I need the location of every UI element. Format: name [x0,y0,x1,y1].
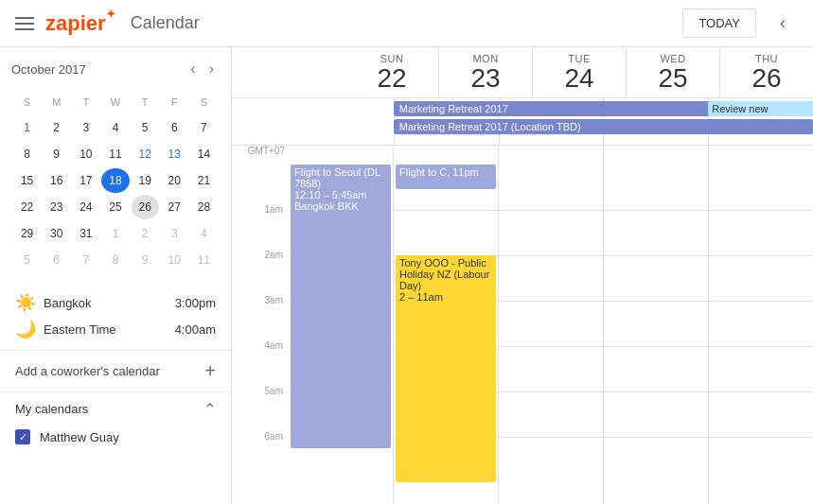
event-flight-c[interactable]: Flight to C, 11pm [396,165,496,189]
grid-col-mon: Flight to C, 11pm Tony OOO - Public Holi… [393,146,498,504]
timezone-bangkok-time: 3:00pm [175,296,216,310]
mini-cal-day[interactable]: 11 [190,248,218,272]
mini-cal-day[interactable]: 1 [101,221,129,246]
grid-cols: Flight to Seoul (DL 7858) 12:10 – 5:45am… [289,146,813,504]
app-title: Calendar [131,13,200,33]
mini-cal-day[interactable]: 7 [72,248,99,272]
mini-cal-day[interactable]: 3 [72,115,99,140]
event-tony-label: Tony OOO - Public Holiday NZ (Labour Day… [399,257,492,291]
mini-cal-day[interactable]: 30 [43,221,70,246]
my-calendars-section: My calendars ⌃ ✓ Matthew Guay [0,391,231,456]
top-header: zapier✦ Calendar TODAY ‹ › [0,0,813,47]
day-num-wed: 25 [627,64,719,94]
mini-cal-day[interactable]: 21 [190,168,218,193]
mini-cal-day[interactable]: 9 [43,142,70,166]
hamburger-menu[interactable] [15,17,34,30]
mini-cal-day[interactable]: 10 [72,142,99,166]
mini-cal-day[interactable]: 29 [13,221,41,246]
mini-cal-day[interactable]: 8 [13,142,41,166]
event-tony[interactable]: Tony OOO - Public Holiday NZ (Labour Day… [396,255,496,482]
mini-cal-day[interactable]: 22 [13,195,41,219]
day-num-tue: 24 [533,64,626,94]
day-header-sun: Sun 22 [345,47,438,97]
day-headers: Sun 22 Mon 23 Tue 24 Wed 25 Thu 26 [232,47,813,98]
allday-event-review-label: Review new [712,103,768,114]
mini-cal-day[interactable]: 14 [190,142,218,166]
weekday-t: T [72,91,99,113]
mini-calendar: October 2017 ‹ › S M T W T F S [0,47,231,282]
weekday-w: W [101,91,129,113]
mini-cal-day[interactable]: 28 [190,195,218,219]
nav-prev-button[interactable]: ‹ [768,9,798,39]
calendar-item-matthew[interactable]: ✓ Matthew Guay [15,426,216,448]
mini-cal-day[interactable]: 24 [72,195,99,219]
time-label-6am: 6am [232,431,289,477]
mini-cal-day[interactable]: 11 [101,142,129,166]
mini-cal-day[interactable]: 23 [43,195,70,219]
mini-cal-day[interactable]: 15 [13,168,41,193]
mini-cal-prev[interactable]: ‹ [185,59,201,79]
mini-cal-day[interactable]: 6 [161,115,188,140]
mini-cal-day[interactable]: 25 [101,195,129,219]
mini-cal-day[interactable]: 18 [101,168,129,193]
timezone-eastern: 🌙 Eastern Time 4:00am [15,316,216,342]
mini-cal-day[interactable]: 10 [161,248,188,272]
allday-events-area: Marketing Retreat 2017 Marketing Retreat… [289,98,813,145]
mini-cal-day[interactable]: 26 [132,195,159,219]
mini-cal-day[interactable]: 6 [43,248,70,272]
today-button[interactable]: TODAY [682,9,756,38]
mini-cal-day[interactable]: 7 [190,115,218,140]
logo-star-icon: ✦ [106,8,115,21]
add-coworker-plus-icon: + [204,360,216,382]
mini-cal-day[interactable]: 1 [13,115,41,140]
mini-cal-day[interactable]: 9 [132,248,159,272]
allday-row: Marketing Retreat 2017 Marketing Retreat… [232,98,813,146]
allday-event-review[interactable]: Review new [708,101,813,116]
weekday-m: M [43,91,70,113]
time-label-2am: 2am [232,250,289,295]
mini-cal-day[interactable]: 5 [132,115,159,140]
event-flight-seoul[interactable]: Flight to Seoul (DL 7858) 12:10 – 5:45am… [291,165,391,448]
time-label-5am: 5am [232,386,289,431]
add-coworker[interactable]: Add a coworker's calendar + [0,350,231,391]
calendar-name-matthew: Matthew Guay [40,430,119,444]
sun-icon: ☀️ [15,292,36,313]
calendar-main: Sun 22 Mon 23 Tue 24 Wed 25 Thu 26 [232,47,813,504]
calendar-checkbox-matthew[interactable]: ✓ [15,429,30,444]
mini-cal-day[interactable]: 5 [13,248,41,272]
event-flight-seoul-detail2: Bangkok BKK [294,200,387,212]
mini-cal-day[interactable]: 19 [132,168,159,193]
mini-cal-day[interactable]: 27 [161,195,188,219]
allday-event-marketing2[interactable]: Marketing Retreat 2017 (Location TBD) [394,119,813,134]
mini-cal-grid: S M T W T F S 12345678910111213141516171… [11,89,220,274]
time-label-1am: 1am [232,204,289,250]
mini-cal-day[interactable]: 16 [43,168,70,193]
mini-cal-day[interactable]: 3 [161,221,188,246]
event-tony-detail: 2 – 11am [399,291,492,303]
mini-cal-day[interactable]: 31 [72,221,99,246]
mini-cal-day[interactable]: 2 [43,115,70,140]
mini-cal-day[interactable]: 17 [72,168,99,193]
weekday-f: F [161,91,188,113]
mini-cal-nav: ‹ › [185,59,220,79]
event-flight-c-label: Flight to C, 11pm [399,166,479,178]
mini-cal-day[interactable]: 4 [190,221,218,246]
main-layout: October 2017 ‹ › S M T W T F S [0,47,813,504]
mini-cal-next[interactable]: › [203,59,220,79]
logo-area: zapier✦ [45,11,115,36]
mini-cal-day[interactable]: 2 [132,221,159,246]
mini-cal-title: October 2017 [11,62,86,77]
weekday-s2: S [190,91,218,113]
logo-zapier: z [45,11,56,35]
mini-cal-day[interactable]: 12 [132,142,159,166]
event-flight-seoul-detail: 12:10 – 5:45am [294,189,387,200]
mini-cal-day[interactable]: 20 [161,168,188,193]
chevron-up-icon[interactable]: ⌃ [203,400,216,418]
time-label-3am: 3am [232,295,289,340]
day-header-wed: Wed 25 [626,47,719,97]
mini-cal-day[interactable]: 4 [101,115,129,140]
mini-cal-day[interactable]: 13 [161,142,188,166]
mini-cal-day[interactable]: 8 [101,248,129,272]
timezone-eastern-name: Eastern Time [44,322,116,337]
grid-col-thu [708,146,813,504]
